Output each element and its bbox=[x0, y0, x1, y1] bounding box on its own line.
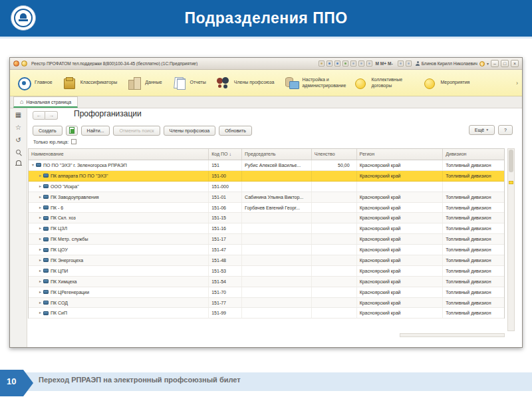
create-group-button[interactable] bbox=[66, 126, 78, 136]
ribbon-section-circle[interactable]: Коллективные договоры bbox=[350, 76, 420, 90]
favorites-star-icon[interactable]: ☆ bbox=[15, 124, 21, 131]
expand-arrow-icon[interactable]: ▸ bbox=[39, 277, 41, 287]
more-button[interactable]: Ещё ▼ bbox=[469, 125, 495, 135]
clipboard-icon[interactable] bbox=[350, 61, 356, 66]
cell-region: Красноярский край bbox=[357, 234, 444, 244]
search-icon[interactable] bbox=[16, 150, 21, 154]
cell-name: ПК Метр. службы bbox=[51, 234, 88, 244]
table-row[interactable]: ▸ПК Химцеха151-54Красноярский крайТоплив… bbox=[29, 277, 504, 287]
table-row[interactable]: ▾ПО ПО "ЭХЗ" г. Зеленогорска РПРАЭП151Ру… bbox=[29, 160, 504, 171]
table-row[interactable]: ▸ПК СиП151-99Красноярский крайТопливный … bbox=[29, 308, 504, 319]
send-icon[interactable] bbox=[342, 61, 348, 66]
save-icon[interactable] bbox=[319, 61, 325, 66]
current-user[interactable]: Блинов Кирилл Николаевич bbox=[416, 61, 477, 66]
column-header[interactable]: Регион bbox=[357, 149, 444, 160]
expand-arrow-icon[interactable]: ▸ bbox=[39, 192, 41, 202]
cell-name: ПК Скл. хоз bbox=[51, 213, 76, 223]
table-row[interactable]: ▸ПК ЦОУ151-47Красноярский крайТопливный … bbox=[29, 245, 504, 255]
expand-arrow-icon[interactable]: ▸ bbox=[39, 182, 41, 192]
ribbon-more-chevron-icon[interactable]: › bbox=[516, 80, 518, 86]
chevron-down-icon[interactable]: ▾ bbox=[487, 61, 489, 66]
history-icon[interactable]: ↺ bbox=[15, 137, 21, 144]
ribbon-section-label: Настройка и администрирование bbox=[302, 77, 343, 89]
column-header[interactable]: Код ПО ↓ bbox=[209, 149, 242, 160]
union-members-button[interactable]: Члены профсоюза bbox=[164, 126, 216, 136]
notifications-bell-icon[interactable] bbox=[16, 160, 21, 165]
organization-icon bbox=[43, 227, 49, 231]
table-row[interactable]: ▸ПК Заводоуправления151-01Сабинина Ульян… bbox=[29, 192, 504, 203]
memory-button-mminus[interactable]: M- bbox=[387, 61, 394, 66]
table-row[interactable]: ▸ПК Скл. хоз151-15Красноярский крайТопли… bbox=[29, 213, 504, 223]
table-row[interactable]: ▸ПК ЦПИ151-53Красноярский крайТопливный … bbox=[29, 266, 504, 277]
tab-label: Начальная страница bbox=[26, 100, 71, 104]
table-row[interactable]: ▸ПК Метр. службы151-17Красноярский крайТ… bbox=[29, 234, 504, 245]
table-row[interactable]: ▸ПК ЦЗЛ151-16Красноярский крайТопливный … bbox=[29, 223, 504, 234]
cell-membership bbox=[312, 192, 357, 202]
table-row[interactable]: ▸ООО "Искра"151-000 bbox=[29, 182, 504, 192]
cell-membership bbox=[312, 171, 357, 181]
maximize-button[interactable]: □ bbox=[501, 60, 509, 67]
memory-button-mplus[interactable]: M+ bbox=[380, 61, 387, 66]
calculator-icon[interactable] bbox=[366, 61, 372, 66]
expand-arrow-icon[interactable]: ▸ bbox=[39, 298, 41, 308]
help-button[interactable]: ? bbox=[498, 125, 513, 135]
expand-arrow-icon[interactable]: ▸ bbox=[39, 255, 41, 265]
ribbon-section-buildings[interactable]: Данные bbox=[124, 76, 169, 90]
expand-arrow-icon[interactable]: ▸ bbox=[39, 287, 41, 297]
column-header[interactable]: Дивизион bbox=[443, 149, 504, 160]
minimize-button[interactable]: – bbox=[491, 60, 499, 67]
ribbon-section-docs[interactable]: Отчеты bbox=[170, 76, 213, 90]
forward-button[interactable]: → bbox=[45, 111, 58, 120]
back-button[interactable]: ← bbox=[33, 111, 45, 120]
panels-icon[interactable] bbox=[406, 61, 412, 66]
expand-arrow-icon[interactable]: ▸ bbox=[39, 234, 41, 244]
expand-arrow-icon[interactable]: ▸ bbox=[39, 203, 41, 213]
tab-home-page[interactable]: ⌂ Начальная страница bbox=[13, 96, 78, 108]
horizontal-scrollbar[interactable] bbox=[400, 333, 505, 337]
vertical-scrollbar[interactable] bbox=[507, 148, 515, 331]
column-header[interactable]: Наименование bbox=[29, 149, 209, 160]
refresh-button[interactable]: Обновить bbox=[219, 126, 252, 136]
table-row[interactable]: ▸ПК Энергоцеха151-48Красноярский крайТоп… bbox=[29, 255, 504, 266]
table-row[interactable]: ▸ПК аппарата ПО ПО "ЭХЗ"151-00Красноярск… bbox=[29, 171, 504, 182]
memory-button-m[interactable]: M bbox=[374, 61, 379, 66]
find-button[interactable]: Найти... bbox=[81, 126, 110, 136]
table-row[interactable]: ▸ПК - 6151-06Горбачев Евгений Георг...Кр… bbox=[29, 203, 504, 213]
ribbon-section-folder[interactable]: Классификаторы bbox=[60, 76, 125, 90]
menu-grid-icon[interactable]: ▦ bbox=[15, 112, 21, 118]
calendar-icon[interactable] bbox=[358, 61, 364, 66]
cell-division: Топливный дивизион bbox=[443, 308, 504, 318]
expand-arrow-icon[interactable]: ▸ bbox=[39, 223, 41, 233]
cell-membership bbox=[312, 182, 357, 192]
ribbon-section-label: Данные bbox=[145, 80, 162, 86]
expand-arrow-icon[interactable]: ▾ bbox=[32, 160, 34, 170]
cell-division: Топливный дивизион bbox=[443, 255, 504, 265]
ribbon-section-logo[interactable]: Главное bbox=[14, 76, 60, 90]
expand-arrow-icon[interactable]: ▸ bbox=[39, 213, 41, 223]
find-icon[interactable] bbox=[398, 61, 404, 66]
expand-arrow-icon[interactable]: ▸ bbox=[39, 266, 41, 276]
legal-entities-only-checkbox[interactable] bbox=[71, 139, 76, 144]
column-header[interactable]: Членство bbox=[312, 149, 357, 160]
expand-arrow-icon[interactable]: ▸ bbox=[39, 245, 41, 255]
expand-arrow-icon[interactable]: ▸ bbox=[39, 308, 41, 318]
ribbon-section-icon bbox=[17, 76, 31, 90]
ribbon-section-circle[interactable]: Мероприятия bbox=[420, 76, 477, 90]
cell-membership bbox=[312, 308, 357, 318]
expand-arrow-icon[interactable]: ▸ bbox=[39, 171, 41, 181]
column-header[interactable]: Председатель bbox=[242, 149, 312, 160]
cell-chairman bbox=[242, 266, 312, 276]
table-row[interactable]: ▸ПК ЦРегенерации151-70Красноярский крайТ… bbox=[29, 287, 504, 298]
table-row[interactable]: ▸ПК СОД151-77Красноярский крайТопливный … bbox=[29, 298, 504, 309]
ribbon-section-db[interactable]: Настройка и администрирование bbox=[281, 76, 350, 90]
print-icon[interactable] bbox=[327, 61, 332, 66]
cell-code: 151-01 bbox=[209, 192, 242, 202]
cell-code: 151-53 bbox=[209, 266, 242, 276]
info-icon[interactable]: i bbox=[479, 61, 485, 66]
cell-name: ПК Энергоцеха bbox=[51, 255, 83, 265]
create-button[interactable]: Создать bbox=[33, 126, 63, 136]
ribbon-section-people[interactable]: Члены профсоюза bbox=[213, 76, 282, 90]
scrollbar-thumb[interactable] bbox=[509, 150, 513, 172]
print-preview-icon[interactable] bbox=[334, 61, 340, 66]
close-button[interactable]: × bbox=[511, 60, 519, 67]
